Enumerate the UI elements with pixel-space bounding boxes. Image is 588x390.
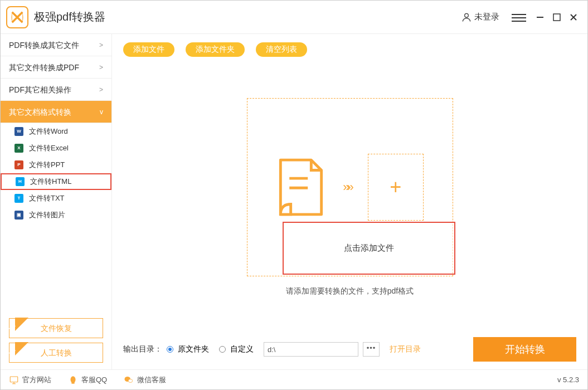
- clear-list-button[interactable]: 清空列表: [256, 42, 307, 57]
- main-panel: 添加文件 添加文件夹 清空列表 »» + 点击添加文: [112, 34, 587, 369]
- svg-point-13: [128, 379, 133, 382]
- drop-area: »» + 点击添加文件 请添加需要转换的文件，支持pdf格式: [112, 65, 587, 329]
- ppt-icon: P: [14, 160, 23, 169]
- footer: 官方网站 客服QQ 微信客服 v 5.2.3: [1, 369, 587, 389]
- browse-button[interactable]: •••: [363, 342, 380, 357]
- maximize-button[interactable]: [548, 9, 565, 26]
- click-add-file-area[interactable]: 点击添加文件: [283, 222, 455, 275]
- manual-convert-button[interactable]: Hot 人工转换: [9, 343, 103, 363]
- chevron-down-icon: v: [100, 101, 103, 123]
- toolbar: 添加文件 添加文件夹 清空列表: [112, 34, 587, 65]
- add-folder-button[interactable]: 添加文件夹: [186, 42, 245, 57]
- hot-tag: Hot: [8, 318, 22, 331]
- sidebar-item-to-image[interactable]: ▣ 文件转图片: [1, 207, 111, 223]
- app-logo: [6, 6, 28, 28]
- hot-tag: Hot: [8, 342, 22, 355]
- minimize-button[interactable]: [532, 9, 548, 26]
- radio-custom-folder[interactable]: [219, 346, 226, 353]
- close-button[interactable]: [565, 9, 582, 26]
- app-title: 极强pdf转换器: [34, 9, 105, 25]
- svg-point-0: [465, 13, 469, 17]
- category-other-to-pdf[interactable]: 其它文件转换成PDF >: [1, 56, 111, 79]
- user-icon: [461, 12, 472, 23]
- svg-point-11: [71, 382, 75, 383]
- svg-point-10: [71, 376, 76, 383]
- sidebar-item-to-ppt[interactable]: P 文件转PPT: [1, 157, 111, 173]
- menu-button[interactable]: [512, 12, 526, 23]
- excel-icon: X: [14, 144, 23, 153]
- sidebar-item-to-html[interactable]: H 文件转HTML: [1, 173, 111, 190]
- output-path-input[interactable]: [264, 342, 358, 357]
- sidebar-item-to-word[interactable]: W 文件转Word: [1, 123, 111, 140]
- sidebar-item-to-txt[interactable]: T 文件转TXT: [1, 190, 111, 207]
- radio-original-label: 原文件夹: [178, 344, 209, 354]
- monitor-icon: [9, 375, 19, 385]
- drop-hint-text: 请添加需要转换的文件，支持pdf格式: [286, 286, 414, 296]
- radio-custom-label: 自定义: [230, 344, 254, 354]
- add-file-button[interactable]: 添加文件: [123, 42, 174, 57]
- sidebar-item-to-excel[interactable]: X 文件转Excel: [1, 140, 111, 157]
- wechat-support-link[interactable]: 微信客服: [124, 375, 166, 385]
- qq-icon: [68, 375, 78, 385]
- plus-target: +: [368, 154, 424, 221]
- sidebar: PDF转换成其它文件 > 其它文件转换成PDF > PDF其它相关操作 > 其它…: [1, 34, 112, 369]
- svg-rect-7: [10, 377, 18, 382]
- output-bar: 输出目录： 原文件夹 自定义 ••• 打开目录 开始转换: [112, 329, 587, 369]
- open-dir-link[interactable]: 打开目录: [390, 344, 421, 354]
- category-other-doc-convert[interactable]: 其它文档格式转换 v: [1, 101, 111, 123]
- category-pdf-other-ops[interactable]: PDF其它相关操作 >: [1, 79, 111, 101]
- chevron-right-icon: >: [99, 56, 103, 79]
- image-icon: ▣: [14, 211, 23, 220]
- chevron-right-icon: >: [99, 34, 103, 56]
- user-status-label: 未登录: [474, 12, 499, 22]
- arrow-icon: »»: [343, 180, 351, 194]
- wechat-icon: [124, 375, 134, 385]
- version-label: v 5.2.3: [557, 376, 579, 384]
- qq-support-link[interactable]: 客服QQ: [68, 375, 107, 385]
- official-website-link[interactable]: 官方网站: [9, 375, 51, 385]
- radio-original-folder[interactable]: [167, 346, 173, 353]
- document-icon: [276, 157, 326, 218]
- svg-rect-2: [553, 14, 560, 21]
- category-pdf-to-other[interactable]: PDF转换成其它文件 >: [1, 34, 111, 56]
- start-convert-button[interactable]: 开始转换: [473, 337, 576, 362]
- output-dir-label: 输出目录：: [123, 344, 162, 354]
- title-bar: 极强pdf转换器 未登录: [1, 1, 587, 34]
- txt-icon: T: [14, 194, 23, 203]
- html-icon: H: [16, 177, 25, 186]
- file-recovery-button[interactable]: Hot 文件恢复: [9, 318, 103, 338]
- user-login-button[interactable]: 未登录: [461, 12, 499, 23]
- word-icon: W: [14, 127, 23, 136]
- drop-zone[interactable]: »» + 点击添加文件: [247, 98, 453, 276]
- chevron-right-icon: >: [99, 79, 103, 101]
